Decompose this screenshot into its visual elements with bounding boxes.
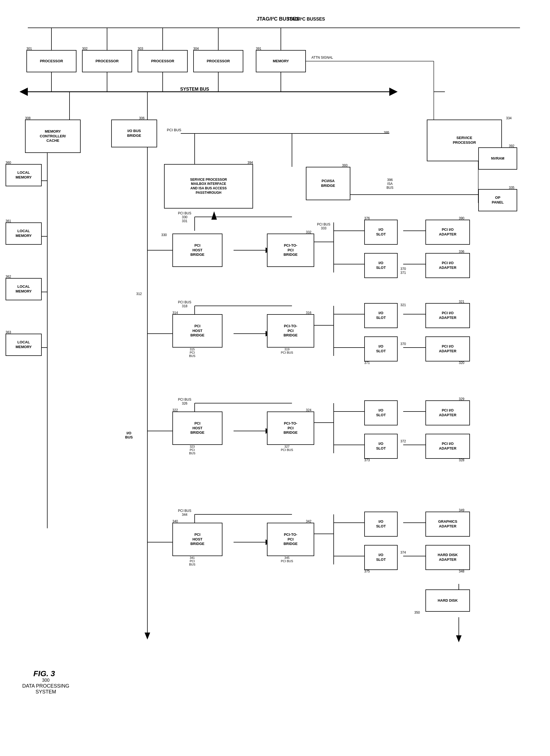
pci-host-bridge-2-box: PCI HOST BRIDGE xyxy=(172,314,222,348)
processor-301-box: PROCESSOR xyxy=(26,50,76,72)
pci-io-adapter-1b-box: PCI I/O ADAPTER xyxy=(425,253,470,278)
ref-330: 330 xyxy=(161,233,167,237)
fig-label: FIG. 3 xyxy=(33,669,55,678)
ref-349: 349 xyxy=(459,508,464,512)
ref-350: 350 xyxy=(414,611,420,614)
ref-336: 336 xyxy=(459,250,464,254)
ref-394: 394 xyxy=(247,161,253,165)
ref-308: 308 xyxy=(25,116,31,120)
ref-321b: 321 xyxy=(400,303,406,307)
ref-376: 376 xyxy=(364,216,370,220)
ref-348: 348 xyxy=(459,569,464,573)
local-mem-1-box: LOCAL MEMORY xyxy=(6,164,42,186)
pci-io-adapter-3a-box: PCI I/O ADAPTER xyxy=(425,400,470,425)
ref-324: 324 xyxy=(306,408,311,412)
io-slot-2a-box: I/O SLOT xyxy=(364,303,398,328)
ref-304: 304 xyxy=(193,47,199,51)
ref-323-label: 323PCIBUS xyxy=(189,445,195,455)
pci-host-bridge-1-box: PCI HOST BRIDGE xyxy=(172,234,222,267)
io-bus-bridge-box: I/O BUS BRIDGE xyxy=(111,120,157,147)
ref-390: 390 xyxy=(459,216,464,220)
ref-363: 363 xyxy=(6,330,11,334)
sp-mailbox-box: SERVICE PROCESSOR MAILBOX INTERFACE AND … xyxy=(164,164,253,209)
ref-328: 328 xyxy=(459,458,464,462)
pci-bus-344-label: PCI BUS344 xyxy=(178,509,191,517)
local-mem-3-box: LOCAL MEMORY xyxy=(6,278,42,300)
ref-370: 370 xyxy=(400,342,406,346)
pci-io-adapter-2b-box: PCI I/O ADAPTER xyxy=(425,336,470,361)
ref-329: 329 xyxy=(459,397,464,401)
io-slot-1a-box: I/O SLOT xyxy=(364,220,398,245)
ref-327-label: 327PCI BUS xyxy=(281,445,293,452)
ref-332: 332 xyxy=(306,230,311,234)
pci-host-bridge-4-box: PCI HOST BRIDGE xyxy=(172,523,222,556)
svg-marker-8 xyxy=(389,88,398,96)
ref-322: 322 xyxy=(172,408,178,412)
ref-372: 372 xyxy=(400,439,406,443)
pci-bus-315-label: PCI BUS318 xyxy=(178,300,191,308)
attn-signal-label: ATTN SIGNAL xyxy=(311,56,333,60)
hard-disk-adapter-box: HARD DISK ADAPTER xyxy=(425,545,470,570)
ref-312: 312 xyxy=(136,292,142,296)
pci-bus-330-label: PCI BUS330331 xyxy=(178,211,191,223)
pci-isa-bridge-box: PCI/ISA BRIDGE xyxy=(306,167,350,200)
ref-341-label: 341PCIBUS xyxy=(189,556,195,566)
ref-361: 361 xyxy=(6,219,11,223)
io-slot-4a-box: I/O SLOT xyxy=(364,512,398,537)
pci-io-adapter-1a-box: PCI I/O ADAPTER xyxy=(425,220,470,245)
ref-393: 393 xyxy=(342,163,348,167)
ref-320: 320 xyxy=(459,361,464,365)
pci-to-pci-bridge-2-box: PCI-TO- PCI BRIDGE xyxy=(267,314,314,348)
system-bus-label: SYSTEM BUS xyxy=(153,87,236,92)
pci-to-pci-bridge-4-box: PCI-TO- PCI BRIDGE xyxy=(267,523,314,556)
memory-391-box: MEMORY xyxy=(256,50,306,72)
svg-marker-88 xyxy=(145,633,150,639)
ref-362: 362 xyxy=(6,275,11,279)
ref-301: 301 xyxy=(26,47,32,51)
ref-316-label: 319PCI BUS xyxy=(281,348,293,354)
svg-marker-86 xyxy=(456,635,462,642)
io-slot-1b-box: I/O SLOT xyxy=(364,253,398,278)
io-bus-label: I/OBUS xyxy=(125,431,133,439)
ref-375: 375 xyxy=(364,569,370,573)
local-mem-2-box: LOCAL MEMORY xyxy=(6,222,42,245)
isa-bus-label: 396ISABUS xyxy=(387,178,393,190)
processor-302-box: PROCESSOR xyxy=(82,50,132,72)
jtag-label: JTAG/I²C BUSSES xyxy=(195,16,361,22)
ref-335: 335 xyxy=(509,186,514,190)
io-slot-2b-box: I/O SLOT xyxy=(364,336,398,361)
ref-334: 334 xyxy=(506,116,512,120)
local-mem-4-box: LOCAL MEMORY xyxy=(6,334,42,356)
connection-lines xyxy=(0,0,550,756)
ref-373: 373 xyxy=(364,458,370,462)
processor-304-box: PROCESSOR xyxy=(193,50,243,72)
ref-316: 316 xyxy=(306,311,311,315)
ref-314: 314 xyxy=(172,311,178,315)
io-slot-4b-box: I/O SLOT xyxy=(364,545,398,570)
ref-392: 392 xyxy=(509,144,514,148)
ref-345-label: 345PCI BUS xyxy=(281,556,293,563)
nvram-box: NVRAM xyxy=(478,147,517,170)
ref-342: 342 xyxy=(306,519,311,523)
ref-315: 315PCIBUS xyxy=(189,348,195,358)
svg-marker-40 xyxy=(211,211,217,220)
ref-371: 371 xyxy=(364,361,370,365)
ref-321: 321 xyxy=(459,300,464,304)
io-slot-3b-box: I/O SLOT xyxy=(364,434,398,459)
system-label: 300 DATA PROCESSINGSYSTEM xyxy=(22,677,69,695)
pci-bus-top-label: PCI BUS xyxy=(167,128,181,132)
diagram-container: JTAG/I²C BUSSES PROCESSOR 301 PROCESSOR … xyxy=(0,0,550,756)
ref-360: 360 xyxy=(6,161,11,165)
graphics-adapter-box: GRAPHICS ADAPTER xyxy=(425,512,470,537)
pci-bus-326-label: PCI BUS326 xyxy=(178,398,191,405)
op-panel-box: OP PANEL xyxy=(478,189,517,211)
ref-340: 340 xyxy=(172,519,178,523)
processor-303-box: PROCESSOR xyxy=(138,50,188,72)
pci-to-pci-bridge-3-box: PCI-TO- PCI BRIDGE xyxy=(267,412,314,445)
pci-bus-333-label: PCI BUS333 xyxy=(317,222,330,230)
ref-374: 374 xyxy=(400,551,406,554)
ref-370b: 370371 xyxy=(400,267,406,275)
pci-to-pci-bridge-1-box: PCI-TO- PCI BRIDGE xyxy=(267,234,314,267)
memory-controller-box: MEMORY CONTROLLER/ CACHE xyxy=(25,120,81,153)
svg-marker-7 xyxy=(19,88,28,96)
